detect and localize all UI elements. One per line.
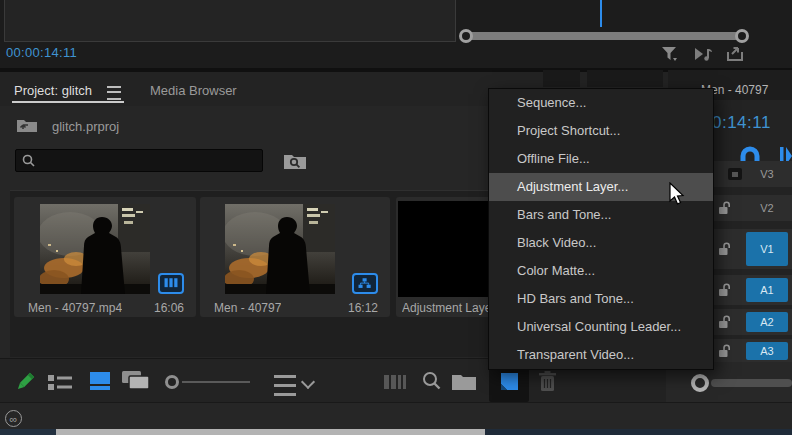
tab-media-browser[interactable]: Media Browser <box>150 83 237 98</box>
collapsed-tab[interactable] <box>543 70 580 87</box>
clip-duration: 16:06 <box>154 301 184 315</box>
unlock-icon[interactable] <box>718 242 731 256</box>
search-box[interactable] <box>15 149 263 172</box>
clip-thumbnail <box>398 201 490 297</box>
track-header-a2[interactable]: A2 <box>702 309 792 335</box>
export-frame-icon[interactable] <box>726 46 746 62</box>
icon-view-icon[interactable] <box>90 372 112 391</box>
track-header-a3[interactable]: A3 <box>702 339 792 363</box>
new-item-context-menu: Sequence... Project Shortcut... Offline … <box>488 88 714 370</box>
timeline-scrollbar-handle[interactable] <box>691 374 709 392</box>
lock-icon[interactable] <box>728 168 742 180</box>
writable-pencil-icon[interactable] <box>13 370 37 394</box>
unlock-icon[interactable] <box>718 283 731 297</box>
premiere-pro-window: 00:00:14:11 Project: glitch Media Browse… <box>0 0 792 435</box>
delete-icon[interactable] <box>538 371 558 392</box>
automate-to-sequence-icon[interactable] <box>384 374 410 390</box>
video-clip-icon <box>158 273 184 294</box>
sort-icon[interactable] <box>274 375 296 396</box>
search-bin-icon[interactable] <box>283 151 307 171</box>
new-bin-icon[interactable] <box>452 373 478 391</box>
clip-duration: 16:12 <box>348 301 378 315</box>
filter-icon[interactable] <box>660 45 680 63</box>
search-input[interactable] <box>40 151 259 172</box>
clip-name: Men - 40797 <box>214 301 281 315</box>
monitor-timecode: 00:00:14:11 <box>6 45 77 60</box>
horizontal-scrollbar-thumb[interactable] <box>56 429 485 435</box>
track-label[interactable]: V3 <box>746 161 788 187</box>
active-tab-underline <box>12 101 124 103</box>
unlock-icon[interactable] <box>718 315 731 329</box>
unlock-icon[interactable] <box>718 201 731 215</box>
menu-item-sequence[interactable]: Sequence... <box>489 89 713 117</box>
clip-thumbnail <box>40 204 150 294</box>
horizontal-scrollbar-track[interactable] <box>485 429 792 435</box>
menu-item-project-shortcut[interactable]: Project Shortcut... <box>489 117 713 145</box>
clip-thumbnail <box>225 204 335 294</box>
new-item-icon <box>499 372 520 392</box>
track-target-badge[interactable]: A2 <box>746 312 788 332</box>
breadcrumb[interactable]: glitch.prproj <box>52 119 119 134</box>
track-target-badge[interactable]: A1 <box>746 278 788 302</box>
thumbnail-zoom-slider-handle[interactable] <box>165 375 179 389</box>
clip-name: Men - 40797.mp4 <box>28 301 122 315</box>
monitor-preview-edge <box>4 0 456 42</box>
menu-item-offline-file[interactable]: Offline File... <box>489 145 713 173</box>
menu-item-transparent-video[interactable]: Transparent Video... <box>489 341 713 369</box>
menu-item-universal-counting-leader[interactable]: Universal Counting Leader... <box>489 313 713 341</box>
tab-project[interactable]: Project: glitch <box>14 83 92 98</box>
unlock-icon[interactable] <box>718 344 731 358</box>
monitor-zoom-scrollbar[interactable] <box>465 32 743 40</box>
progress-strip-left <box>0 429 56 435</box>
play-audio-icon[interactable] <box>693 46 715 62</box>
mouse-cursor <box>668 182 686 208</box>
creative-cloud-icon: ∞ <box>5 410 22 427</box>
menu-item-color-matte[interactable]: Color Matte... <box>489 257 713 285</box>
playhead-marker[interactable] <box>600 0 602 27</box>
find-icon[interactable] <box>422 371 442 391</box>
sequence-clip-icon <box>352 273 378 294</box>
track-header-v3[interactable]: V3 <box>702 161 792 187</box>
zoom-handle-right[interactable] <box>735 29 749 43</box>
search-icon <box>22 154 36 168</box>
timeline-scrollbar-track[interactable] <box>711 379 792 387</box>
panel-menu-icon[interactable] <box>107 86 121 100</box>
menu-item-black-video[interactable]: Black Video... <box>489 229 713 257</box>
thumbnail-zoom-slider-track[interactable] <box>182 381 250 383</box>
collapsed-tab[interactable] <box>587 70 663 87</box>
track-target-badge[interactable]: A3 <box>746 342 788 360</box>
clip-name: Adjustment Layer <box>402 301 488 315</box>
track-header-v1[interactable]: V1 <box>702 229 792 269</box>
zoom-handle-left[interactable] <box>459 29 473 43</box>
track-header-v2[interactable]: V2 <box>702 195 792 221</box>
clip-card-video[interactable]: Men - 40797.mp4 16:06 <box>14 197 196 317</box>
clip-card-sequence[interactable]: Men - 40797 16:12 <box>200 197 390 317</box>
navigate-up-folder-icon[interactable] <box>16 117 38 133</box>
track-label[interactable]: V2 <box>746 195 788 221</box>
track-header-a1[interactable]: A1 <box>702 275 792 305</box>
freeform-view-icon[interactable] <box>122 371 152 391</box>
track-target-badge[interactable]: V1 <box>746 232 788 266</box>
list-view-icon[interactable] <box>48 374 74 391</box>
menu-item-hd-bars-and-tone[interactable]: HD Bars and Tone... <box>489 285 713 313</box>
